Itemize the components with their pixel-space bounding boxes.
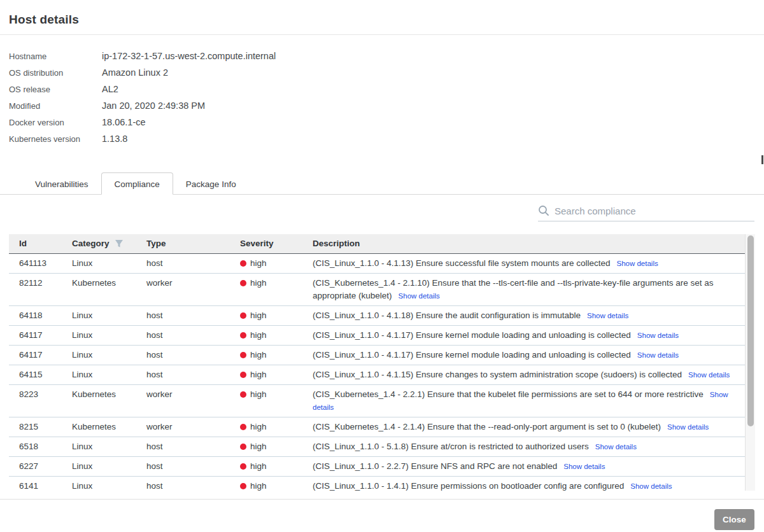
show-details-link[interactable]: Show details xyxy=(667,423,709,431)
host-info-label: Docker version xyxy=(9,118,102,127)
cell-id: 64118 xyxy=(9,306,72,325)
show-details-link[interactable]: Show details xyxy=(637,332,679,339)
cell-id: 8215 xyxy=(9,417,72,437)
scrollbar-thumb[interactable] xyxy=(747,235,754,426)
cell-severity: high xyxy=(240,326,313,345)
tab[interactable]: Package Info xyxy=(173,174,249,194)
severity-dot-icon xyxy=(240,424,246,430)
severity-label: high xyxy=(250,481,267,491)
table-row: 6227 Linux host high (CIS_Linux_1.1.0 - … xyxy=(9,457,745,477)
cell-category: Linux xyxy=(72,326,146,345)
cell-severity: high xyxy=(240,306,313,325)
show-details-link[interactable]: Show details xyxy=(630,482,672,490)
cell-id: 64117 xyxy=(9,346,72,365)
table-row: 6141 Linux host high (CIS_Linux_1.1.0 - … xyxy=(9,477,745,491)
table-row: 6518 Linux host high (CIS_Linux_1.1.0 - … xyxy=(9,437,745,457)
severity-label: high xyxy=(250,422,267,431)
table-header-row: Id Category Type Severity Description xyxy=(9,234,745,254)
show-details-link[interactable]: Show details xyxy=(595,443,637,451)
severity-dot-icon xyxy=(240,332,246,339)
cell-type: host xyxy=(146,346,240,365)
show-details-link[interactable]: Show details xyxy=(587,312,628,319)
severity-dot-icon xyxy=(240,463,246,470)
description-text: (CIS_Linux_1.1.0 - 4.1.15) Ensure change… xyxy=(313,370,682,379)
compliance-table: Id Category Type Severity Description 64… xyxy=(9,234,745,491)
show-details-link[interactable]: Show details xyxy=(616,260,658,267)
cell-id: 64115 xyxy=(9,365,72,384)
cell-description: (CIS_Linux_1.1.0 - 2.2.7) Ensure NFS and… xyxy=(313,457,745,476)
description-text: (CIS_Linux_1.1.0 - 2.2.7) Ensure NFS and… xyxy=(313,461,557,471)
cell-description: (CIS_Linux_1.1.0 - 1.4.1) Ensure permiss… xyxy=(313,477,745,491)
cell-type: host xyxy=(146,477,240,491)
tab-label: Vulnerabilities xyxy=(35,179,88,189)
show-details-link[interactable]: Show details xyxy=(399,292,440,300)
cell-category: Linux xyxy=(72,306,146,325)
cell-id: 6518 xyxy=(9,437,72,456)
cell-description: (CIS_Linux_1.1.0 - 5.1.8) Ensure at/cron… xyxy=(313,437,745,456)
host-info-label: Kubernetes version xyxy=(9,134,102,144)
show-details-link[interactable]: Show details xyxy=(688,371,730,379)
page-title: Host details xyxy=(9,13,754,27)
severity-label: high xyxy=(250,330,267,340)
severity-label: high xyxy=(250,258,267,268)
cell-description: (CIS_Linux_1.1.0 - 4.1.17) Ensure kernel… xyxy=(313,326,745,345)
host-info-value: Amazon Linux 2 xyxy=(102,67,168,78)
cell-type: worker xyxy=(146,417,240,437)
cell-severity: high xyxy=(240,346,313,365)
cell-type: host xyxy=(146,306,240,325)
host-info-label: Modified xyxy=(9,101,102,111)
host-details-modal: Host details Hostname ip-172-32-1-57.us-… xyxy=(0,0,764,532)
cell-category: Linux xyxy=(72,254,146,273)
cell-category: Kubernetes xyxy=(72,417,146,437)
description-text: (CIS_Linux_1.1.0 - 4.1.17) Ensure kernel… xyxy=(313,350,631,360)
table-row: 64117 Linux host high (CIS_Linux_1.1.0 -… xyxy=(9,346,745,365)
cell-description: (CIS_Linux_1.1.0 - 4.1.17) Ensure kernel… xyxy=(313,346,745,365)
table-scrollbar[interactable] xyxy=(745,234,755,491)
search-input[interactable] xyxy=(555,206,754,216)
table-row: 641113 Linux host high (CIS_Linux_1.1.0 … xyxy=(9,254,745,274)
show-details-link[interactable]: Show details xyxy=(563,463,605,470)
host-info-value: ip-172-32-1-57.us-west-2.compute.interna… xyxy=(102,51,276,61)
cell-description: (CIS_Kubernetes_1.4 - 2.1.10) Ensure tha… xyxy=(313,274,745,305)
description-text: (CIS_Kubernetes_1.4 - 2.1.10) Ensure tha… xyxy=(313,278,714,300)
host-info-value: Jan 20, 2020 2:49:38 PM xyxy=(102,101,205,111)
column-header-description[interactable]: Description xyxy=(313,234,745,253)
close-button[interactable]: Close xyxy=(714,509,754,530)
table-row: 64115 Linux host high (CIS_Linux_1.1.0 -… xyxy=(9,365,745,385)
host-info-row: Kubernetes version 1.13.8 xyxy=(9,130,755,147)
cell-description: (CIS_Linux_1.1.0 - 4.1.13) Ensure succes… xyxy=(313,254,745,273)
show-details-link[interactable]: Show details xyxy=(637,351,679,359)
cell-type: host xyxy=(146,457,240,476)
cell-category: Linux xyxy=(72,365,146,384)
description-text: (CIS_Linux_1.1.0 - 1.4.1) Ensure permiss… xyxy=(313,481,624,491)
severity-label: high xyxy=(250,350,267,360)
tab[interactable]: Compliance xyxy=(101,172,173,195)
cell-id: 641113 xyxy=(9,254,72,273)
column-header-severity[interactable]: Severity xyxy=(240,234,313,253)
host-info-value: 1.13.8 xyxy=(102,134,127,144)
cell-type: host xyxy=(146,365,240,384)
cell-id: 64117 xyxy=(9,326,72,345)
cell-severity: high xyxy=(240,477,313,491)
table-row: 82112 Kubernetes worker high (CIS_Kubern… xyxy=(9,274,745,306)
column-header-id[interactable]: Id xyxy=(9,234,72,253)
cell-type: worker xyxy=(146,385,240,417)
severity-dot-icon xyxy=(240,280,246,286)
modal-header: Host details xyxy=(0,0,764,35)
severity-label: high xyxy=(250,311,267,320)
column-header-type[interactable]: Type xyxy=(146,234,240,253)
cell-type: worker xyxy=(146,274,240,305)
cell-description: (CIS_Kubernetes_1.4 - 2.1.4) Ensure that… xyxy=(313,417,745,437)
tab-bar: Vulnerabilities Compliance Package Info xyxy=(0,172,764,195)
column-header-category[interactable]: Category xyxy=(72,234,146,253)
cell-id: 8223 xyxy=(9,385,72,417)
table-row: 64117 Linux host high (CIS_Linux_1.1.0 -… xyxy=(9,326,745,346)
filter-icon[interactable] xyxy=(115,239,124,248)
cell-type: host xyxy=(146,326,240,345)
cell-description: (CIS_Kubernetes_1.4 - 2.2.1) Ensure that… xyxy=(313,385,745,417)
description-text: (CIS_Linux_1.1.0 - 4.1.18) Ensure the au… xyxy=(313,311,581,320)
table-row: 64118 Linux host high (CIS_Linux_1.1.0 -… xyxy=(9,306,745,326)
severity-dot-icon xyxy=(240,372,246,378)
search-icon xyxy=(538,205,549,216)
tab[interactable]: Vulnerabilities xyxy=(22,174,101,194)
